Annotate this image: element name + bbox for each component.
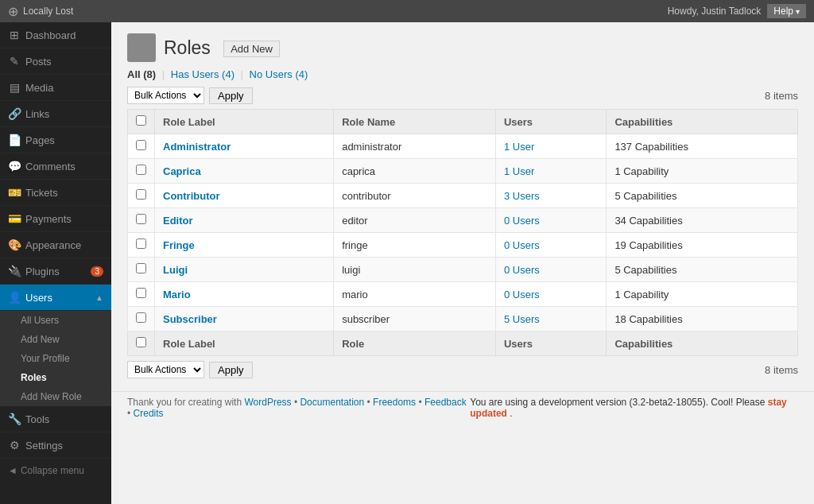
row-checkbox[interactable]	[136, 238, 146, 249]
row-checkbox[interactable]	[136, 214, 146, 224]
sidebar-item-tools[interactable]: 🔧 Tools	[0, 406, 111, 432]
row-checkbox-cell	[128, 134, 155, 159]
row-checkbox[interactable]	[136, 312, 146, 323]
row-role-name: administrator	[334, 134, 496, 159]
row-role-name: contributor	[334, 184, 496, 208]
users-link[interactable]: 0 Users	[504, 239, 540, 251]
row-checkbox[interactable]	[136, 165, 146, 175]
users-link[interactable]: 3 Users	[504, 190, 540, 202]
header-users: Users	[495, 110, 606, 134]
footer-checkbox-col	[128, 331, 155, 356]
table-footer: Role Label Role Users Capabilities	[128, 331, 798, 356]
row-checkbox-cell	[128, 233, 155, 258]
tablenav-bottom: Bulk Actions Apply 8 items	[127, 361, 798, 378]
role-label-link[interactable]: Fringe	[163, 239, 195, 251]
users-link[interactable]: 1 User	[504, 165, 534, 177]
header-role-label: Role Label	[155, 110, 334, 134]
row-role-label: Mario	[155, 282, 334, 307]
row-checkbox[interactable]	[136, 140, 146, 150]
help-button[interactable]: Help ▾	[767, 4, 806, 18]
media-icon: ▤	[8, 81, 21, 94]
apply-bottom-button[interactable]: Apply	[209, 362, 253, 378]
row-checkbox-cell	[128, 282, 155, 307]
collapse-arrow-icon: ◄	[8, 465, 17, 476]
apply-top-button[interactable]: Apply	[209, 87, 253, 104]
row-capabilities: 18 Capabilities	[607, 307, 798, 331]
sidebar-item-settings[interactable]: ⚙ Settings	[0, 432, 111, 459]
filter-no-users[interactable]: No Users (4)	[250, 68, 308, 80]
users-link[interactable]: 5 Users	[504, 313, 540, 325]
filter-all[interactable]: All (8)	[127, 68, 159, 80]
footer-freedoms-link[interactable]: Freedoms	[373, 397, 416, 408]
users-link[interactable]: 0 Users	[504, 264, 540, 276]
role-label-link[interactable]: Mario	[163, 289, 191, 300]
sidebar-item-plugins[interactable]: 🔌 Plugins 3	[0, 258, 111, 285]
row-users: 1 User	[495, 159, 606, 184]
role-label-link[interactable]: Administrator	[163, 141, 231, 153]
sidebar-item-posts[interactable]: ✎ Posts	[0, 48, 111, 75]
row-capabilities: 19 Capabilities	[607, 233, 798, 258]
table-body: Administrator administrator 1 User 137 C…	[128, 134, 798, 331]
main-content: Roles Add New All (8) | Has Users (4) | …	[111, 22, 814, 504]
row-users: 0 Users	[495, 282, 606, 307]
users-link[interactable]: 1 User	[504, 141, 534, 153]
bulk-actions-bottom-select[interactable]: Bulk Actions	[127, 361, 204, 378]
header-role-name: Role Name	[334, 110, 496, 134]
row-checkbox[interactable]	[136, 288, 146, 298]
row-capabilities: 1 Capability	[607, 159, 798, 184]
bulk-actions-top-select[interactable]: Bulk Actions	[127, 87, 204, 104]
page-icon	[127, 33, 156, 62]
row-users: 0 Users	[495, 258, 606, 282]
sidebar-item-users[interactable]: 👤 Users ▲	[0, 285, 111, 311]
header-checkbox-col	[128, 110, 155, 134]
filter-has-users[interactable]: Has Users (4)	[171, 68, 238, 80]
row-checkbox[interactable]	[136, 263, 146, 273]
sidebar-item-media[interactable]: ▤ Media	[0, 75, 111, 101]
table-row: Subscriber subscriber 5 Users 18 Capabil…	[128, 307, 798, 331]
users-link[interactable]: 0 Users	[504, 215, 540, 227]
row-users: 1 User	[495, 134, 606, 159]
items-count-top: 8 items	[765, 90, 798, 102]
submenu-all-users[interactable]: All Users	[0, 311, 111, 330]
select-all-bottom-checkbox[interactable]	[136, 337, 146, 347]
tablenav-top: Bulk Actions Apply 8 items	[127, 87, 798, 104]
footer-wp-link[interactable]: WordPress	[244, 397, 291, 408]
users-link[interactable]: 0 Users	[504, 289, 540, 300]
role-label-link[interactable]: Subscriber	[163, 313, 217, 325]
footer-docs-link[interactable]: Documentation	[300, 397, 364, 408]
submenu-add-new-role[interactable]: Add New Role	[0, 387, 111, 406]
howdy-text: Howdy, Justin Tadlock	[668, 6, 762, 17]
table-row: Mario mario 0 Users 1 Capability	[128, 282, 798, 307]
row-checkbox[interactable]	[136, 189, 146, 200]
table-row: Luigi luigi 0 Users 5 Capabilities	[128, 258, 798, 282]
footer-credits-link[interactable]: Credits	[134, 408, 164, 419]
submenu-add-new[interactable]: Add New	[0, 330, 111, 349]
role-label-link[interactable]: Luigi	[163, 264, 188, 276]
sidebar-item-payments[interactable]: 💳 Payments	[0, 206, 111, 232]
role-label-link[interactable]: Contributor	[163, 190, 219, 202]
submenu-your-profile[interactable]: Your Profile	[0, 349, 111, 368]
collapse-menu-button[interactable]: ◄ Collapse menu	[0, 459, 111, 483]
role-label-link[interactable]: Editor	[163, 215, 193, 227]
role-label-link[interactable]: Caprica	[163, 165, 201, 177]
row-checkbox-cell	[128, 159, 155, 184]
row-capabilities: 5 Capabilities	[607, 184, 798, 208]
sidebar-item-tickets[interactable]: 🎫 Tickets	[0, 180, 111, 206]
row-capabilities: 137 Capabilities	[607, 134, 798, 159]
select-all-top-checkbox[interactable]	[136, 115, 146, 126]
row-checkbox-cell	[128, 208, 155, 233]
tablenav-top-left: Bulk Actions Apply	[127, 87, 253, 104]
footer-feedback-link[interactable]: Feedback	[424, 397, 467, 408]
row-capabilities: 1 Capability	[607, 282, 798, 307]
add-new-button[interactable]: Add New	[223, 41, 280, 57]
sidebar-item-appearance[interactable]: 🎨 Appearance	[0, 232, 111, 258]
submenu-roles[interactable]: Roles	[0, 368, 111, 387]
sidebar-item-dashboard[interactable]: ⊞ Dashboard	[0, 22, 111, 48]
sidebar-item-links[interactable]: 🔗 Links	[0, 101, 111, 127]
sidebar-item-pages[interactable]: 📄 Pages	[0, 127, 111, 153]
row-role-label: Editor	[155, 208, 334, 233]
sidebar-item-comments[interactable]: 💬 Comments	[0, 153, 111, 180]
row-checkbox-cell	[128, 258, 155, 282]
footer-capabilities-col: Capabilities	[607, 331, 798, 356]
page-title: Roles Add New	[164, 37, 280, 59]
